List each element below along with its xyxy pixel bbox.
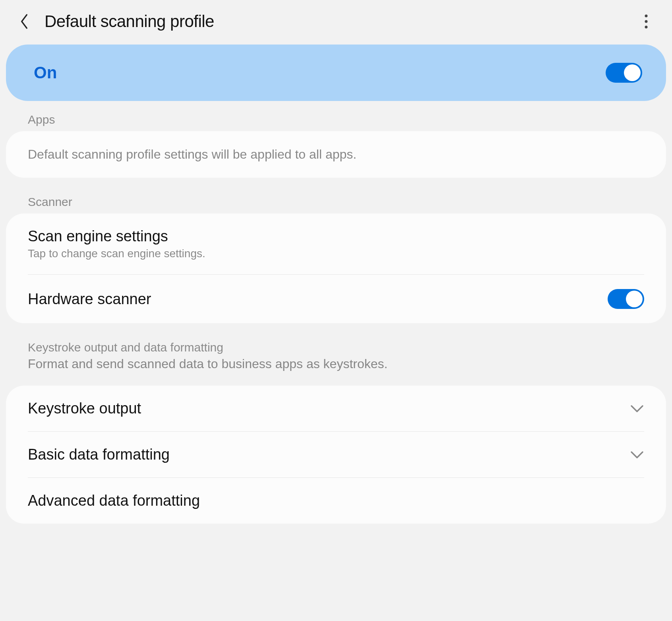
apps-info-text: Default scanning profile settings will b…	[28, 147, 356, 162]
keystroke-output-title: Keystroke output	[28, 400, 630, 417]
keystroke-output-row[interactable]: Keystroke output	[6, 386, 666, 431]
advanced-data-formatting-row[interactable]: Advanced data formatting	[6, 478, 666, 524]
hardware-scanner-title: Hardware scanner	[28, 291, 608, 308]
basic-data-formatting-row[interactable]: Basic data formatting	[6, 432, 666, 477]
hardware-scanner-row[interactable]: Hardware scanner	[6, 275, 666, 323]
scan-engine-row[interactable]: Scan engine settings Tap to change scan …	[6, 213, 666, 274]
hardware-scanner-switch[interactable]	[608, 289, 644, 309]
svg-point-0	[645, 15, 648, 17]
section-sublabel-keystroke: Format and send scanned data to business…	[6, 357, 666, 380]
svg-point-2	[645, 26, 648, 29]
app-header: Default scanning profile	[0, 0, 672, 43]
apps-card: Default scanning profile settings will b…	[6, 131, 666, 178]
chevron-down-icon	[630, 450, 644, 459]
more-icon[interactable]	[638, 14, 654, 29]
section-label-apps: Apps	[6, 101, 666, 131]
advanced-data-formatting-title: Advanced data formatting	[28, 492, 644, 509]
chevron-down-icon	[630, 404, 644, 413]
scanner-card: Scan engine settings Tap to change scan …	[6, 213, 666, 323]
main-content: On Apps Default scanning profile setting…	[0, 45, 672, 524]
svg-point-1	[645, 20, 648, 23]
master-toggle-card[interactable]: On	[6, 45, 666, 101]
master-toggle-switch[interactable]	[606, 63, 642, 83]
section-label-scanner: Scanner	[6, 183, 666, 213]
basic-data-formatting-title: Basic data formatting	[28, 446, 630, 463]
apps-info-row: Default scanning profile settings will b…	[6, 131, 666, 178]
back-icon[interactable]	[16, 13, 33, 30]
page-title: Default scanning profile	[45, 12, 638, 31]
scan-engine-title: Scan engine settings	[28, 228, 644, 245]
section-label-keystroke: Keystroke output and data formatting	[6, 329, 666, 357]
scan-engine-subtitle: Tap to change scan engine settings.	[28, 247, 644, 260]
keystroke-card: Keystroke output Basic data formatting A	[6, 386, 666, 524]
master-toggle-label: On	[34, 63, 57, 82]
